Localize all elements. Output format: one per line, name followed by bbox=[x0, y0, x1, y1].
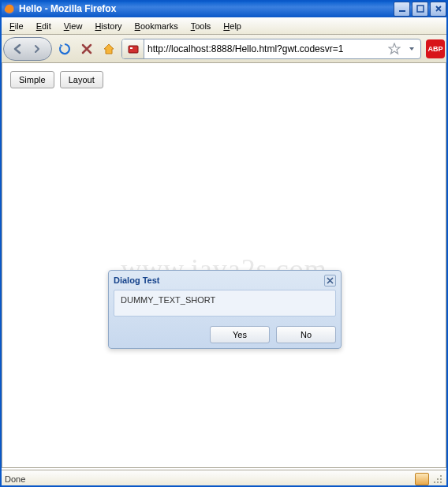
window-controls bbox=[394, 2, 446, 17]
bookmark-star-button[interactable] bbox=[386, 40, 403, 58]
back-button[interactable] bbox=[10, 41, 26, 57]
stop-button[interactable] bbox=[77, 39, 96, 58]
page-body: Simple Layout bbox=[2, 63, 446, 96]
menu-bookmarks[interactable]: Bookmarks bbox=[129, 19, 185, 33]
url-bar bbox=[121, 39, 421, 59]
svg-rect-1 bbox=[399, 10, 405, 12]
site-icon bbox=[128, 43, 139, 54]
site-identity-button[interactable] bbox=[122, 39, 144, 58]
page-viewport: Simple Layout www.java2s.com Dialog Test… bbox=[2, 63, 446, 468]
simple-button[interactable]: Simple bbox=[10, 71, 54, 88]
dialog-no-button[interactable]: No bbox=[276, 326, 336, 343]
status-text: Done bbox=[5, 474, 415, 484]
maximize-button[interactable] bbox=[412, 2, 428, 17]
dialog-message: DUMMY_TEXT_SHORT bbox=[114, 290, 336, 317]
reload-button[interactable] bbox=[55, 39, 74, 58]
adblock-icon[interactable]: ABP bbox=[426, 39, 445, 58]
menu-edit[interactable]: Edit bbox=[30, 19, 58, 33]
svg-rect-3 bbox=[129, 46, 138, 53]
minimize-button[interactable] bbox=[394, 2, 410, 17]
layout-button[interactable]: Layout bbox=[60, 71, 103, 88]
svg-point-9 bbox=[437, 481, 439, 483]
svg-rect-2 bbox=[417, 6, 424, 12]
svg-point-6 bbox=[437, 478, 439, 480]
firefox-icon bbox=[3, 2, 16, 15]
dialog-footer: Yes No bbox=[109, 321, 341, 348]
svg-point-8 bbox=[434, 481, 435, 483]
dropdown-history-button[interactable] bbox=[403, 40, 420, 58]
home-button[interactable] bbox=[99, 39, 118, 58]
dialog-test: Dialog Test DUMMY_TEXT_SHORT Yes No bbox=[108, 270, 342, 349]
svg-point-10 bbox=[440, 481, 442, 483]
menu-history[interactable]: History bbox=[88, 19, 128, 33]
window-titlebar: Hello - Mozilla Firefox bbox=[0, 0, 448, 17]
nav-back-forward bbox=[3, 37, 52, 61]
window-title: Hello - Mozilla Firefox bbox=[19, 3, 394, 14]
svg-point-7 bbox=[440, 478, 442, 480]
svg-rect-4 bbox=[130, 47, 133, 49]
dialog-title: Dialog Test bbox=[114, 275, 324, 285]
menu-bar: File Edit View History Bookmarks Tools H… bbox=[0, 17, 448, 35]
dialog-yes-button[interactable]: Yes bbox=[210, 326, 270, 343]
url-input[interactable] bbox=[144, 39, 386, 58]
status-bar: Done bbox=[0, 470, 448, 487]
menu-file[interactable]: File bbox=[3, 19, 30, 33]
menu-view[interactable]: View bbox=[58, 19, 89, 33]
menu-tools[interactable]: Tools bbox=[185, 19, 218, 33]
status-script-icon[interactable] bbox=[415, 473, 429, 485]
dialog-close-button[interactable] bbox=[324, 275, 336, 287]
resize-grip-icon bbox=[432, 474, 443, 485]
dialog-header[interactable]: Dialog Test bbox=[109, 271, 341, 290]
svg-point-5 bbox=[440, 475, 442, 477]
adblock-label: ABP bbox=[427, 45, 442, 53]
forward-button[interactable] bbox=[29, 41, 45, 57]
navigation-toolbar: ABP bbox=[0, 35, 448, 63]
menu-help[interactable]: Help bbox=[217, 19, 248, 33]
close-button[interactable] bbox=[430, 2, 446, 17]
status-right bbox=[415, 473, 443, 485]
close-icon bbox=[327, 277, 334, 284]
